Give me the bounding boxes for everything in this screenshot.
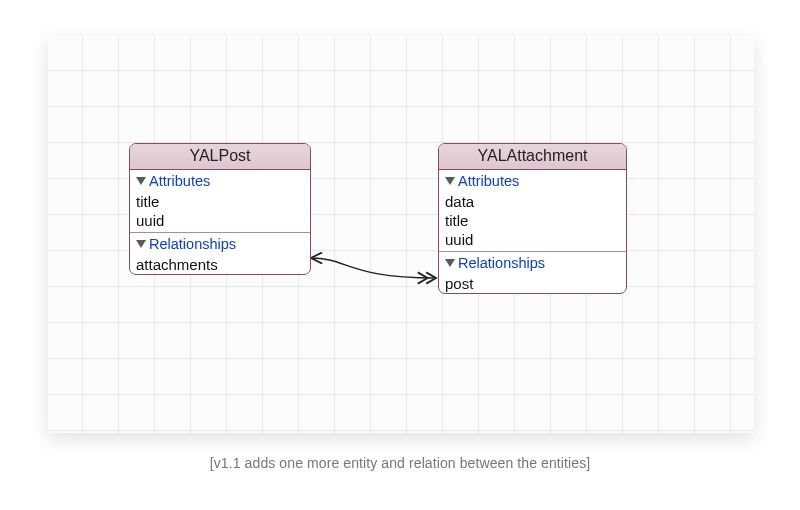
attribute-row[interactable]: uuid — [130, 211, 310, 230]
section-label: Relationships — [149, 236, 236, 252]
attribute-row[interactable]: title — [130, 192, 310, 211]
section-relationships[interactable]: Relationships — [439, 252, 626, 274]
entity-yalattachment[interactable]: YALAttachment Attributes data title uuid… — [438, 143, 627, 294]
attribute-row[interactable]: uuid — [439, 230, 626, 249]
diagram-canvas: YALPost Attributes title uuid Relationsh… — [48, 36, 754, 433]
stage: YALPost Attributes title uuid Relationsh… — [0, 0, 800, 510]
section-attributes[interactable]: Attributes — [130, 170, 310, 192]
attribute-row[interactable]: data — [439, 192, 626, 211]
relationship-row[interactable]: post — [439, 274, 626, 293]
section-label: Relationships — [458, 255, 545, 271]
disclosure-triangle-icon — [445, 259, 455, 267]
attribute-row[interactable]: title — [439, 211, 626, 230]
relationship-row[interactable]: attachments — [130, 255, 310, 274]
section-label: Attributes — [149, 173, 210, 189]
disclosure-triangle-icon — [136, 177, 146, 185]
entity-yalpost[interactable]: YALPost Attributes title uuid Relationsh… — [129, 143, 311, 275]
section-attributes[interactable]: Attributes — [439, 170, 626, 192]
figure-caption: [v1.1 adds one more entity and relation … — [0, 455, 800, 471]
section-label: Attributes — [458, 173, 519, 189]
disclosure-triangle-icon — [136, 240, 146, 248]
entity-title: YALAttachment — [439, 144, 626, 170]
disclosure-triangle-icon — [445, 177, 455, 185]
entity-title: YALPost — [130, 144, 310, 170]
section-relationships[interactable]: Relationships — [130, 233, 310, 255]
